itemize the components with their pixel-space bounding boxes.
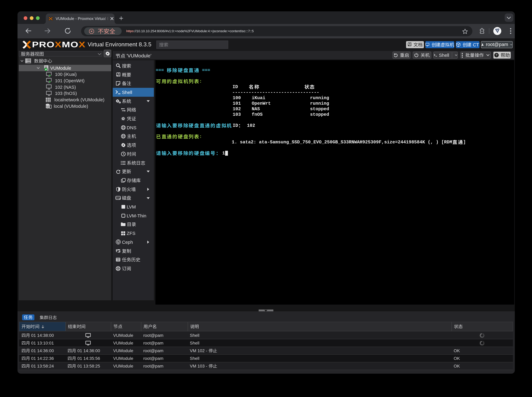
svg-text:?: ? — [495, 53, 497, 57]
